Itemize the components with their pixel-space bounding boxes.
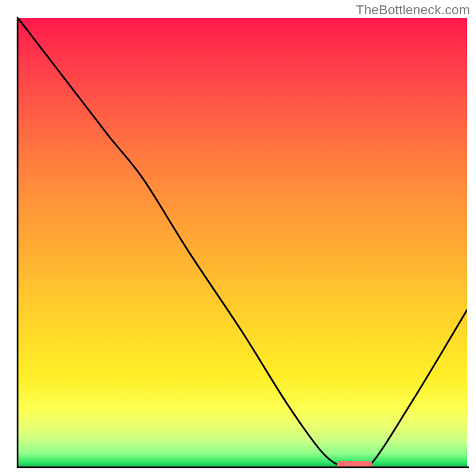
y-axis	[17, 17, 18, 468]
bottleneck-curve	[18, 18, 467, 467]
x-axis	[17, 466, 469, 468]
chart-container: TheBottleneck.com	[0, 0, 476, 476]
watermark-text: TheBottleneck.com	[356, 2, 470, 18]
plot-area	[18, 18, 467, 467]
